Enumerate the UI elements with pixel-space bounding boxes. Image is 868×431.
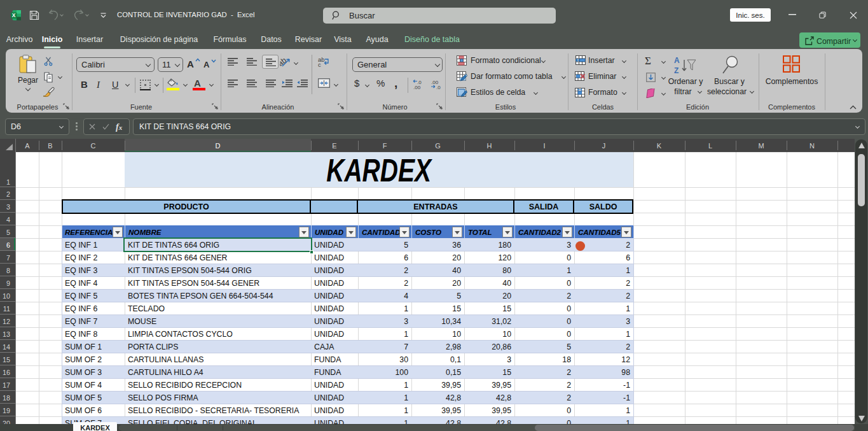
- svg-text:.0: .0: [436, 85, 441, 90]
- svg-text:X: X: [12, 12, 16, 18]
- svg-text:A: A: [674, 56, 680, 65]
- svg-text:.00: .00: [413, 85, 421, 90]
- svg-text:Z: Z: [674, 66, 679, 74]
- svg-text:c: c: [318, 61, 321, 67]
